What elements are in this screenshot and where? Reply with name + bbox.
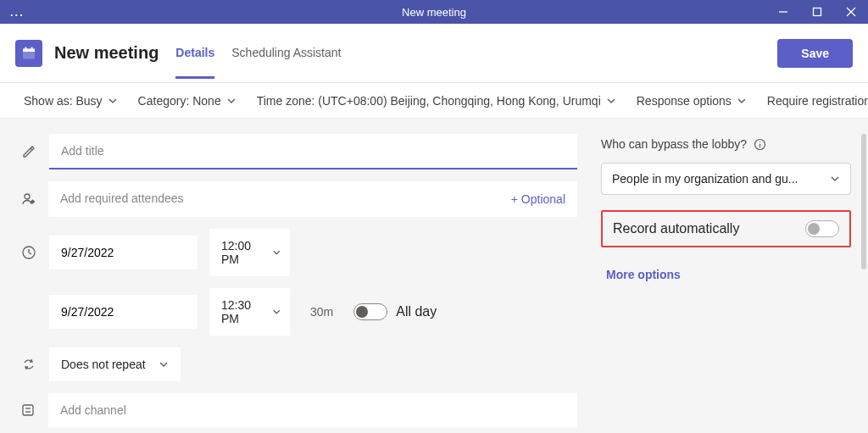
attendees-input[interactable] <box>48 181 511 217</box>
titlebar: ... New meeting <box>0 0 868 24</box>
registration-label: Require registration: <box>767 94 868 108</box>
header-tabs: Details Scheduling Assistant <box>175 27 341 79</box>
duration-label: 30m <box>310 305 333 319</box>
lobby-value: People in my organization and gu... <box>612 172 798 186</box>
minimize-button[interactable] <box>766 0 800 24</box>
tab-details[interactable]: Details <box>175 27 214 79</box>
attendees-box: + Optional <box>48 181 577 217</box>
timezone-label: Time zone: (UTC+08:00) Beijing, Chongqin… <box>257 94 601 108</box>
svg-point-8 <box>25 194 30 199</box>
allday-label: All day <box>396 304 437 319</box>
record-automatically-row: Record automatically <box>601 210 851 247</box>
pencil-icon <box>20 144 37 159</box>
show-as-label: Show as: Busy <box>24 94 103 108</box>
repeat-select[interactable]: Does not repeat <box>49 347 181 381</box>
record-label: Record automatically <box>613 221 739 236</box>
channel-icon <box>20 402 36 418</box>
info-icon[interactable] <box>754 138 766 151</box>
app-more-button[interactable]: ... <box>0 6 35 19</box>
svg-rect-6 <box>25 47 27 50</box>
svg-rect-1 <box>814 8 821 16</box>
response-label: Response options <box>637 94 732 108</box>
body: + Optional 12:00 PM 12:30 PM 30m <box>0 119 868 433</box>
record-toggle[interactable] <box>805 220 839 237</box>
start-date-input[interactable] <box>49 236 198 269</box>
page-title: New meeting <box>54 43 159 63</box>
lobby-select[interactable]: People in my organization and gu... <box>601 163 851 195</box>
start-time-value: 12:00 PM <box>221 239 265 266</box>
clock-icon <box>20 245 37 260</box>
start-time-row: 12:00 PM <box>20 229 577 276</box>
more-options-link[interactable]: More options <box>606 268 851 281</box>
end-time-select[interactable]: 12:30 PM <box>209 288 290 336</box>
lobby-label-row: Who can bypass the lobby? <box>601 137 851 151</box>
category-label: Category: None <box>138 94 221 108</box>
window-controls <box>766 0 868 24</box>
close-button[interactable] <box>834 0 868 24</box>
save-button[interactable]: Save <box>777 39 853 68</box>
registration-option[interactable]: Require registration: <box>767 94 868 108</box>
svg-rect-5 <box>23 48 35 52</box>
attendees-row: + Optional <box>20 181 577 217</box>
end-date-input[interactable] <box>49 295 198 329</box>
repeat-icon <box>20 357 37 372</box>
tab-scheduling[interactable]: Scheduling Assistant <box>231 27 341 79</box>
svg-rect-7 <box>31 47 33 50</box>
maximize-button[interactable] <box>800 0 834 24</box>
channel-row: Add channel <box>20 393 577 427</box>
side-panel: Who can bypass the lobby? People in my o… <box>593 119 868 433</box>
form-column: + Optional 12:00 PM 12:30 PM 30m <box>0 119 593 433</box>
window-title: New meeting <box>402 6 466 19</box>
timezone-option[interactable]: Time zone: (UTC+08:00) Beijing, Chongqin… <box>257 94 616 108</box>
show-as-option[interactable]: Show as: Busy <box>24 94 118 108</box>
start-time-select[interactable]: 12:00 PM <box>209 229 290 276</box>
title-input[interactable] <box>49 134 577 169</box>
optional-attendees-button[interactable]: + Optional <box>511 192 577 206</box>
title-row <box>20 134 577 169</box>
page-header: New meeting Details Scheduling Assistant… <box>0 24 868 83</box>
lobby-label: Who can bypass the lobby? <box>601 137 747 151</box>
category-option[interactable]: Category: None <box>138 94 236 108</box>
repeat-value: Does not repeat <box>61 358 146 371</box>
options-bar: Show as: Busy Category: None Time zone: … <box>0 83 868 119</box>
end-time-row: 12:30 PM 30m All day <box>20 288 577 336</box>
end-time-value: 12:30 PM <box>221 298 265 325</box>
svg-point-19 <box>760 141 760 142</box>
allday-group: All day <box>353 303 437 320</box>
calendar-icon <box>15 40 42 67</box>
repeat-row: Does not repeat <box>20 347 577 381</box>
people-icon <box>20 192 36 207</box>
response-options[interactable]: Response options <box>637 94 747 108</box>
allday-toggle[interactable] <box>353 303 387 320</box>
channel-input[interactable]: Add channel <box>48 393 577 427</box>
svg-rect-13 <box>23 405 33 415</box>
